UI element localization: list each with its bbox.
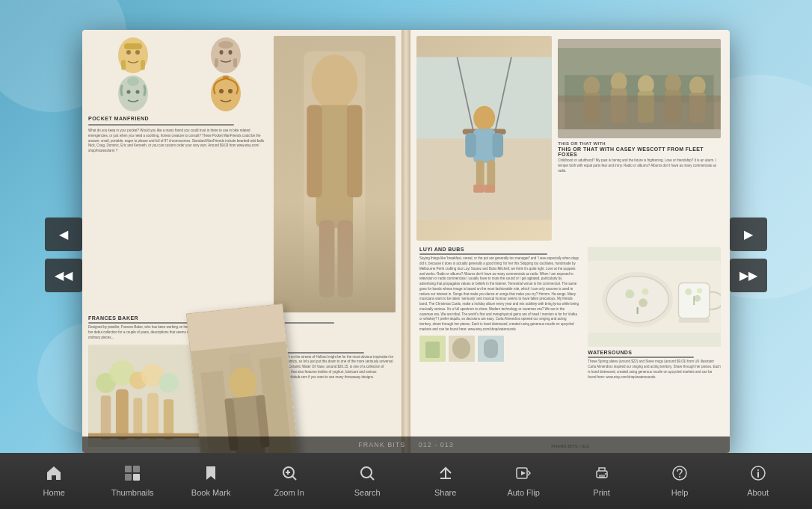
svg-line-102 (292, 476, 296, 480)
svg-point-72 (689, 76, 706, 95)
prev-prev-icon: ◀◀ (55, 268, 73, 283)
about-button[interactable]: About (728, 460, 788, 502)
svg-rect-4 (121, 60, 126, 70)
svg-point-9 (218, 41, 233, 49)
svg-rect-40 (147, 392, 159, 439)
svg-point-7 (219, 50, 223, 55)
prev-prev-button[interactable]: ◀◀ (45, 259, 82, 292)
toolbar: Home Thumbnails Book Mark (0, 453, 812, 509)
svg-point-15 (127, 77, 139, 86)
help-button[interactable]: Help (650, 460, 710, 502)
autoflip-label: Auto Flip (507, 488, 539, 497)
svg-point-64 (584, 76, 600, 95)
next-button[interactable]: ▶ (730, 218, 767, 251)
ceramics-photo (588, 247, 721, 347)
zoomin-icon (281, 465, 298, 485)
center-photo (274, 36, 396, 312)
svg-point-14 (136, 90, 140, 94)
autoflip-icon (515, 465, 532, 485)
band-photo (558, 39, 721, 138)
product2 (449, 336, 475, 362)
svg-point-2 (135, 50, 140, 55)
svg-point-18 (228, 89, 233, 93)
search-label: Search (354, 488, 381, 497)
watersounds-text: These Spring plates (around $22) and Ste… (588, 360, 721, 380)
svg-point-21 (312, 55, 358, 110)
svg-line-104 (370, 476, 374, 480)
autoflip-button[interactable]: Auto Flip (493, 460, 553, 502)
thumbnails-label: Thumbnails (111, 488, 154, 497)
center-image-area (274, 36, 396, 312)
svg-point-103 (361, 467, 372, 478)
watersounds-section: WATERSOUNDS These Spring plates (around … (585, 244, 724, 432)
svg-point-78 (452, 338, 470, 359)
bookmark-label: Book Mark (191, 488, 231, 497)
right-nav-panel: ▶ ▶▶ (730, 218, 767, 292)
svg-rect-24 (347, 105, 363, 197)
right-top-row: THIS OR THAT WITH THIS OR THAT WITH CASE… (416, 36, 724, 241)
luyi-title: LUYI AND BUBS (419, 247, 579, 252)
watersounds-divider (588, 357, 694, 358)
svg-rect-97 (125, 474, 132, 481)
face-3 (118, 75, 148, 111)
svg-point-92 (697, 289, 702, 294)
article1-text: What do you keep in your pocket? Would y… (88, 129, 271, 154)
bookmark-button[interactable]: Book Mark (181, 460, 241, 502)
share-icon (437, 465, 454, 485)
svg-point-70 (665, 74, 682, 93)
help-label: Help (671, 488, 689, 497)
status-text: FRANK BITS 012 - 013 (358, 441, 454, 448)
svg-point-86 (626, 290, 635, 299)
svg-point-68 (638, 75, 654, 93)
print-button[interactable]: Print (572, 460, 632, 502)
svg-point-53 (473, 106, 495, 131)
svg-point-109 (605, 473, 606, 475)
share-button[interactable]: Share (416, 460, 476, 502)
face-2 (211, 37, 241, 73)
magazine-spread: POCKET MANFRIEND What do you keep in you… (82, 30, 730, 453)
svg-rect-54 (473, 129, 495, 163)
viewer-statusbar: FRANK BITS 012 - 013 (82, 436, 730, 453)
home-button[interactable]: Home (24, 460, 84, 502)
search-icon (359, 465, 375, 485)
print-icon (594, 465, 610, 485)
next-icon: ▶ (744, 227, 753, 241)
next-next-button[interactable]: ▶▶ (730, 259, 767, 292)
svg-point-88 (639, 299, 648, 308)
thumbnails-button[interactable]: Thumbnails (102, 460, 163, 502)
prev-icon: ◀ (59, 227, 68, 241)
casey-wescott-section: THIS OR THAT WITH THIS OR THAT WITH CASE… (555, 36, 724, 241)
svg-rect-80 (484, 339, 498, 358)
help-icon (671, 465, 688, 485)
frances-baker-section: FRANCES BAKER Designed by jeweller, Fran… (88, 315, 396, 340)
search-button[interactable]: Search (337, 460, 397, 502)
about-icon (750, 465, 766, 485)
svg-point-1 (126, 50, 131, 55)
prev-button[interactable]: ◀ (45, 218, 82, 251)
svg-rect-59 (473, 185, 485, 193)
thumbnails-icon (124, 465, 141, 485)
svg-rect-11 (233, 58, 237, 67)
svg-rect-98 (133, 474, 140, 481)
product1 (419, 336, 446, 362)
right-bottom-row: LUYI AND BUBS Saying things like 'breakf… (416, 244, 724, 432)
products-row (419, 336, 579, 362)
product3 (478, 336, 504, 362)
svg-point-114 (757, 469, 759, 471)
svg-point-83 (606, 277, 668, 323)
zoomin-button[interactable]: Zoom In (259, 460, 319, 502)
svg-point-93 (694, 295, 701, 302)
svg-rect-76 (425, 342, 440, 358)
about-label: About (747, 488, 769, 497)
svg-rect-57 (476, 160, 485, 187)
photo-gradient (274, 202, 396, 312)
svg-rect-38 (116, 389, 129, 439)
svg-point-13 (127, 90, 131, 94)
casey-label: THIS OR THAT WITH (558, 141, 721, 146)
svg-rect-96 (133, 466, 140, 472)
svg-point-87 (642, 289, 649, 295)
article2-title: THIS OR THAT WITH CASEY WESCOTT FROM FLE… (558, 146, 721, 157)
watersounds-title: WATERSOUNDS (588, 350, 721, 355)
svg-point-110 (673, 466, 686, 480)
svg-rect-37 (101, 395, 111, 439)
